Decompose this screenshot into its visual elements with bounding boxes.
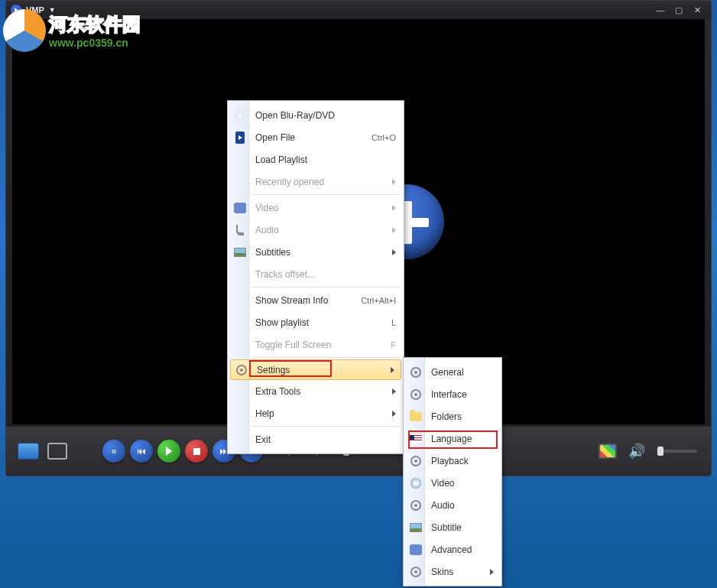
stop-button[interactable]: [185, 440, 208, 463]
file-icon: [232, 130, 248, 145]
watermark-line1: 河东软件园: [49, 12, 141, 37]
prev-button[interactable]: ⏮: [130, 440, 153, 463]
submenu-arrow-icon: [392, 227, 396, 233]
screenshot-button[interactable]: [17, 440, 40, 463]
flag-icon: [408, 431, 423, 447]
context-menu: Open Blu-Ray/DVD Open File Ctrl+O Load P…: [227, 100, 404, 454]
menu-settings[interactable]: Settings: [230, 359, 401, 380]
watermark-logo-icon: [3, 9, 46, 52]
menu-audio: Audio: [229, 219, 402, 241]
menu-recently-opened: Recently opened: [229, 171, 402, 193]
gear-icon: [408, 365, 423, 380]
tv-icon[interactable]: [596, 440, 619, 463]
note-icon: [232, 223, 248, 238]
advanced-icon: [408, 542, 423, 557]
menu-load-playlist[interactable]: Load Playlist: [229, 148, 402, 171]
submenu-arrow-icon: [392, 249, 396, 255]
folder-icon: [408, 409, 423, 424]
submenu-arrow-icon: [392, 205, 396, 211]
submenu-folders[interactable]: Folders: [405, 405, 500, 427]
volume-slider[interactable]: [657, 450, 697, 453]
submenu-general[interactable]: General: [405, 361, 500, 383]
submenu-arrow-icon: [490, 569, 494, 575]
close-button[interactable]: ✕: [688, 3, 706, 17]
submenu-playback[interactable]: Playback: [405, 450, 500, 472]
submenu-video[interactable]: Video: [405, 472, 500, 494]
submenu-arrow-icon: [392, 388, 396, 395]
subtitle-icon: [408, 520, 423, 535]
volume-icon[interactable]: 🔊: [625, 440, 648, 463]
skins-icon: [408, 564, 423, 580]
submenu-skins[interactable]: Skins: [405, 560, 500, 583]
playback-icon: [408, 453, 423, 469]
menu-toggle-fullscreen: Toggle Full Screen F: [229, 333, 402, 356]
submenu-audio[interactable]: Audio: [405, 494, 500, 516]
menu-tracks-offset: Tracks offset...: [229, 263, 402, 285]
menu-extra-tools[interactable]: Extra Tools: [229, 380, 402, 402]
menu-open-bluray[interactable]: Open Blu-Ray/DVD: [229, 104, 402, 126]
film-icon: [232, 200, 248, 216]
audio-icon: [408, 498, 423, 513]
submenu-interface[interactable]: Interface: [405, 383, 500, 405]
submenu-subtitle[interactable]: Subtitle: [405, 516, 500, 538]
maximize-button[interactable]: ▢: [670, 3, 688, 17]
menu-show-stream-info[interactable]: Show Stream Info Ctrl+Alt+I: [229, 289, 402, 311]
rewind-button[interactable]: «: [102, 440, 125, 463]
fullscreen-button[interactable]: [46, 440, 69, 463]
submenu-language[interactable]: Language: [405, 427, 500, 450]
disc-icon: [232, 108, 248, 123]
menu-video: Video: [229, 197, 402, 219]
submenu-arrow-icon: [392, 411, 396, 417]
submenu-advanced[interactable]: Advanced: [405, 538, 500, 560]
watermark: 河东软件园 www.pc0359.cn: [3, 9, 141, 52]
picture-icon: [232, 245, 248, 260]
menu-show-playlist[interactable]: Show playlist L: [229, 311, 402, 333]
submenu-arrow-icon: [391, 367, 394, 373]
menu-open-file[interactable]: Open File Ctrl+O: [229, 126, 402, 148]
menu-subtitles[interactable]: Subtitles: [229, 241, 402, 263]
film-icon: [408, 476, 423, 491]
minimize-button[interactable]: —: [651, 3, 670, 17]
interface-icon: [408, 387, 423, 402]
watermark-line2: www.pc0359.cn: [49, 37, 141, 49]
gear-icon: [234, 362, 249, 378]
settings-submenu: General Interface Folders Language Playb…: [403, 357, 502, 586]
submenu-arrow-icon: [392, 179, 396, 185]
menu-help[interactable]: Help: [229, 402, 402, 424]
play-button[interactable]: [157, 440, 180, 463]
menu-exit[interactable]: Exit: [229, 428, 402, 450]
